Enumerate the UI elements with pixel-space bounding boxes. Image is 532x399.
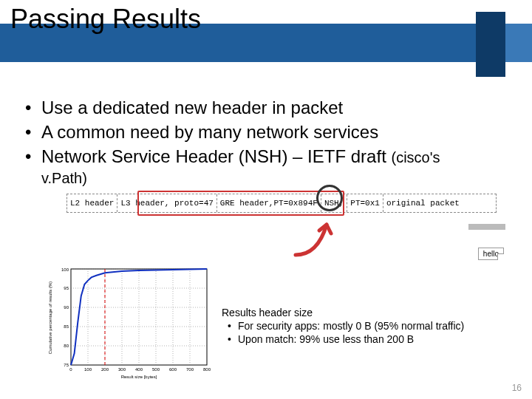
hello-note-text: hello xyxy=(483,250,499,258)
results-summary: Results header size For security apps: m… xyxy=(222,306,510,347)
main-bullets: Use a dedicated new header in packet A c… xyxy=(25,96,513,168)
results-bullet-2: Upon match: 99% use less than 200 B xyxy=(225,332,510,346)
title-area: Passing Results xyxy=(0,6,532,72)
svg-rect-0 xyxy=(71,269,207,365)
slide-title: Passing Results xyxy=(10,6,201,33)
svg-text:100: 100 xyxy=(84,367,92,372)
hello-note: hello xyxy=(478,248,504,260)
highlight-rectangle xyxy=(137,191,344,216)
note-gray-bar xyxy=(468,224,505,230)
svg-text:800: 800 xyxy=(203,367,211,372)
bullet-3-continuation: v.Path) xyxy=(41,170,513,187)
svg-text:95: 95 xyxy=(64,286,69,290)
content-area: Use a dedicated new header in packet A c… xyxy=(25,96,513,187)
bullet-3-text: Network Service Header (NSH) – IETF draf… xyxy=(41,146,391,166)
svg-text:200: 200 xyxy=(101,367,109,372)
svg-text:300: 300 xyxy=(118,367,126,372)
accent-dark xyxy=(476,12,505,77)
bullet-3: Network Service Header (NSH) – IETF draf… xyxy=(25,145,513,168)
svg-text:80: 80 xyxy=(64,344,69,348)
bullet-3-suffix: (cisco's xyxy=(391,149,440,166)
results-bullet-1: For security apps: mostly 0 B (95% norma… xyxy=(225,319,510,332)
results-heading: Results header size xyxy=(222,306,510,319)
svg-text:Cumulative percentage of resul: Cumulative percentage of results (%) xyxy=(48,282,52,355)
bullet-2: A common need by many network services xyxy=(25,120,513,143)
svg-text:100: 100 xyxy=(61,267,69,272)
svg-text:700: 700 xyxy=(186,367,194,372)
page-number: 16 xyxy=(512,383,522,393)
packet-segment-pt: PT=0x1 xyxy=(347,194,383,212)
cdf-chart: 75 80 85 90 95 100 0 100 200 300 400 500… xyxy=(44,265,214,381)
svg-text:500: 500 xyxy=(152,367,160,372)
svg-text:0: 0 xyxy=(69,367,72,372)
results-bullets: For security apps: mostly 0 B (95% norma… xyxy=(225,319,510,346)
svg-text:75: 75 xyxy=(64,363,69,367)
packet-segment-l2: L2 header xyxy=(67,194,117,212)
svg-text:Result size [bytes]: Result size [bytes] xyxy=(121,375,157,379)
svg-text:400: 400 xyxy=(135,367,143,372)
nsh-circle-annotation xyxy=(316,185,343,211)
svg-text:600: 600 xyxy=(169,367,177,372)
red-arrow-icon xyxy=(288,214,347,259)
bullet-1: Use a dedicated new header in packet xyxy=(25,96,513,119)
svg-text:85: 85 xyxy=(64,324,69,329)
svg-text:90: 90 xyxy=(64,305,69,310)
packet-segment-original: original packet xyxy=(383,194,496,212)
